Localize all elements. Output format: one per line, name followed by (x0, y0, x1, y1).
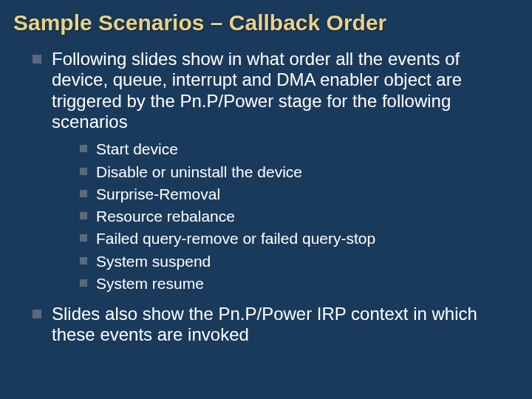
square-bullet-icon (33, 55, 41, 64)
list-item: Start device (80, 140, 519, 159)
intro-text: Following slides show in what order all … (52, 49, 519, 132)
list-item: Resource rebalance (80, 207, 519, 226)
square-bullet-icon (80, 190, 87, 197)
list-item: System suspend (80, 252, 519, 271)
square-bullet-icon (80, 168, 87, 175)
slide: Sample Scenarios – Callback Order Follow… (0, 0, 532, 399)
list-item: Disable or uninstall the device (80, 163, 519, 182)
list-item-label: Resource rebalance (96, 207, 235, 226)
list-item-label: Start device (96, 140, 178, 159)
square-bullet-icon (80, 212, 87, 219)
square-bullet-icon (80, 145, 87, 152)
slide-title: Sample Scenarios – Callback Order (13, 10, 519, 35)
closing-item: Slides also show the Pn.P/Power IRP cont… (33, 304, 519, 346)
list-item-label: Failed query-remove or failed query-stop (96, 229, 375, 248)
scenario-list: Start device Disable or uninstall the de… (80, 140, 519, 293)
list-item: System resume (80, 274, 519, 293)
intro-item: Following slides show in what order all … (33, 49, 519, 132)
closing-text: Slides also show the Pn.P/Power IRP cont… (52, 304, 519, 346)
square-bullet-icon (80, 279, 87, 287)
list-item: Failed query-remove or failed query-stop (80, 229, 519, 248)
list-item: Surprise-Removal (80, 185, 519, 204)
square-bullet-icon (33, 310, 41, 318)
list-item-label: System resume (96, 274, 204, 293)
list-item-label: System suspend (96, 252, 211, 271)
square-bullet-icon (80, 257, 87, 265)
square-bullet-icon (80, 234, 87, 242)
list-item-label: Disable or uninstall the device (96, 163, 302, 182)
list-item-label: Surprise-Removal (96, 185, 220, 204)
